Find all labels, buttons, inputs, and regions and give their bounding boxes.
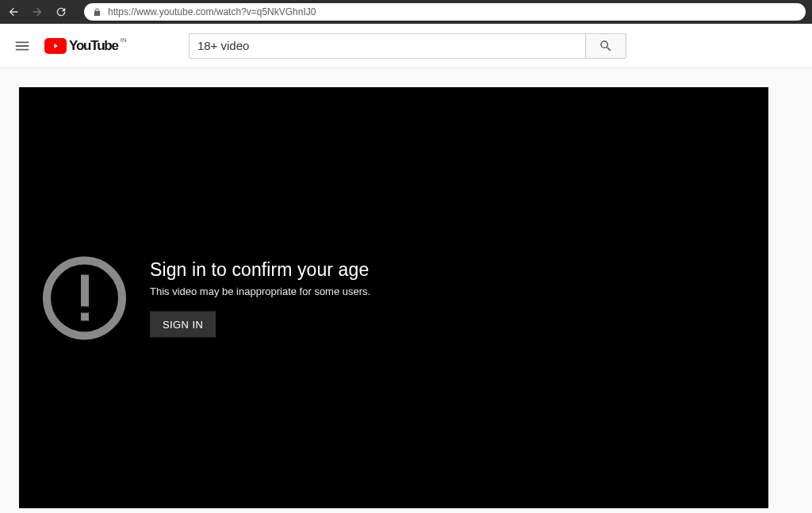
age-gate-text: Sign in to confirm your age This video m… — [150, 258, 370, 337]
age-gate: Sign in to confirm your age This video m… — [19, 256, 370, 339]
menu-button[interactable] — [13, 36, 32, 56]
youtube-logo[interactable]: YouTube IN — [44, 38, 127, 54]
video-player: Sign in to confirm your age This video m… — [19, 87, 768, 508]
age-gate-title: Sign in to confirm your age — [150, 258, 370, 280]
address-bar[interactable]: https://www.youtube.com/watch?v=q5NkVGhn… — [84, 3, 806, 21]
browser-toolbar: https://www.youtube.com/watch?v=q5NkVGhn… — [0, 0, 812, 24]
search-button[interactable] — [585, 33, 626, 59]
country-code: IN — [121, 36, 127, 44]
youtube-masthead: YouTube IN — [0, 24, 812, 68]
search-input[interactable] — [189, 33, 585, 59]
forward-button[interactable] — [30, 5, 44, 19]
age-gate-subtitle: This video may be inappropriate for some… — [150, 285, 370, 297]
sign-in-button[interactable]: SIGN IN — [150, 311, 216, 337]
reload-button[interactable] — [54, 5, 68, 19]
url-text: https://www.youtube.com/watch?v=q5NkVGhn… — [108, 6, 316, 17]
exclamation-dot — [81, 313, 89, 321]
lock-icon — [92, 7, 102, 17]
youtube-wordmark: YouTube — [69, 38, 118, 54]
youtube-play-icon — [44, 38, 67, 54]
warning-icon — [43, 256, 126, 339]
video-section: Sign in to confirm your age This video m… — [0, 68, 812, 508]
back-button[interactable] — [6, 5, 21, 19]
search-form — [189, 33, 626, 59]
exclamation-bar — [81, 275, 89, 307]
